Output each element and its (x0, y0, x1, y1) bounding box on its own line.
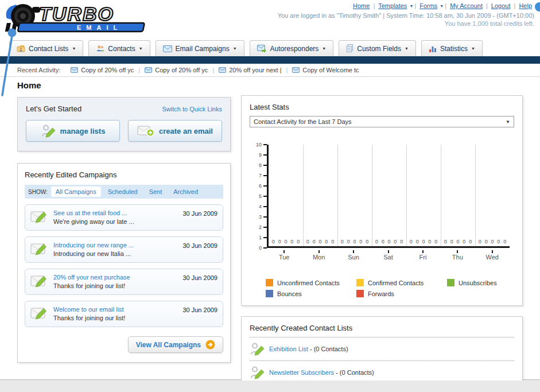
campaign-subtitle: Thanks for joining our list! (53, 282, 130, 290)
tab-contacts[interactable]: Contacts▼ (88, 40, 150, 56)
y-axis-tick (263, 237, 267, 238)
contact-list-row[interactable]: Exhibition List - (0 Contacts) (250, 337, 514, 360)
contact-list-name-link[interactable]: Exhibition List (269, 346, 308, 352)
campaign-title-link[interactable]: Welcome to our email list (53, 305, 125, 314)
switch-to-quick-links-link[interactable]: Switch to Quick Links (162, 106, 222, 112)
contact-list-name-link[interactable]: Newsletter Subscribers (269, 369, 334, 376)
top-link-templates[interactable]: Templates (378, 2, 407, 9)
campaign-title-link[interactable]: Introducing our new range ... (53, 241, 134, 250)
tab-label: Autoresponders (270, 45, 319, 53)
bar-value: 0 (416, 239, 419, 244)
legend-swatch (266, 290, 273, 297)
create-an-email-button[interactable]: create an email (128, 120, 222, 142)
chevron-down-icon: ▼ (440, 4, 444, 8)
campaign-text: 20% off your next purchaseThanks for joi… (53, 273, 130, 290)
filter-tab-scheduled[interactable]: Scheduled (103, 187, 142, 197)
bar-value-labels: 00000 (475, 239, 510, 244)
stats-period-select[interactable]: Contact Activity for the Last 7 Days ▼ (250, 116, 514, 127)
top-link-forms[interactable]: Forms (419, 2, 437, 9)
top-link-my-account[interactable]: My Account (450, 2, 483, 9)
campaign-text: Introducing our new range ...Introducing… (53, 241, 134, 258)
bar-value: 0 (272, 239, 275, 244)
bar-value: 0 (353, 239, 356, 244)
chevron-down-icon: ▼ (139, 46, 143, 51)
y-axis-label: 9 (259, 152, 262, 158)
y-axis-tick (263, 227, 267, 228)
top-link-logout[interactable]: Logout (491, 2, 511, 9)
tab-contact-lists[interactable]: Contact Lists▼ (9, 40, 83, 56)
link-separator: | (445, 2, 446, 9)
turbo-email-dashboard: TURBO EMAIL Home|Templates▼|Forms▼|My Ac… (0, 0, 540, 392)
filter-tab-all-campaigns[interactable]: All Campaigns (51, 187, 101, 197)
legend-label: Bounces (277, 290, 302, 297)
campaign-row[interactable]: 20% off your next purchaseThanks for joi… (25, 269, 223, 295)
recent-activity-item-label: 20% off your next | (229, 67, 281, 73)
link-separator: | (514, 2, 516, 9)
y-axis-label: 7 (259, 173, 262, 178)
campaign-filter-tabs: All CampaignsScheduledSentArchived (51, 187, 203, 197)
contact-list-count: - (0 Contacts) (308, 346, 348, 352)
recent-activity-item[interactable]: Copy of 20% off yc (145, 67, 208, 73)
y-axis-tick (263, 185, 267, 187)
bar-value: 0 (366, 239, 368, 244)
stats-select-value: Contact Activity for the Last 7 Days (254, 118, 352, 125)
main-nav-tabs: Contact Lists▼Contacts▼Email Campaigns▼A… (0, 38, 540, 56)
campaign-row[interactable]: See us at the retail food ...We're givin… (25, 204, 223, 231)
contacts-icon (96, 44, 104, 53)
bar-value: 0 (325, 239, 328, 244)
x-axis-tick (422, 250, 424, 253)
view-all-campaigns-button[interactable]: View All Campaigns (128, 336, 223, 353)
bar-value: 0 (313, 239, 316, 244)
turbo-email-logo[interactable]: TURBO EMAIL (3, 1, 154, 38)
tab-email-campaigns[interactable]: Email Campaigns▼ (156, 40, 244, 56)
y-axis-label: 10 (256, 142, 262, 148)
x-axis-label: Sat (371, 254, 405, 261)
filter-tab-archived[interactable]: Archived (169, 187, 203, 197)
callout-pin (0, 25, 20, 97)
chart-plot-area: 00000000000000000000000000000000000 (267, 145, 510, 248)
x-axis-tick (457, 250, 458, 253)
bar-value: 0 (503, 239, 506, 244)
arrow-right-icon (205, 340, 215, 350)
bar-value: 0 (318, 239, 321, 244)
legend-label: Confirmed Contacts (368, 280, 424, 286)
statistics-icon (429, 45, 437, 53)
latest-stats-panel: Latest Stats Contact Activity for the La… (241, 95, 523, 306)
chart-gridline (337, 145, 338, 246)
legend-entry: Unsubscribes (447, 279, 514, 286)
person-pencil-icon (41, 123, 56, 138)
campaign-row[interactable]: Introducing our new range ...Introducing… (25, 236, 223, 263)
recent-activity-bar: Recent Activity: Copy of 20% off yc|Copy… (0, 64, 540, 77)
tab-custom-fields[interactable]: Custom Fields▼ (339, 40, 416, 56)
top-link-home[interactable]: Home (353, 2, 370, 9)
tab-autoresponders[interactable]: Autoresponders▼ (250, 40, 334, 56)
bar-value: 0 (382, 239, 384, 244)
top-link-help[interactable]: Help (519, 2, 532, 9)
tab-statistics[interactable]: Statistics▼ (421, 40, 483, 56)
content-frame: TURBO EMAIL Home|Templates▼|Forms▼|My Ac… (0, 0, 540, 380)
campaign-title-link[interactable]: See us at the retail food ... (53, 209, 134, 218)
activity-separator: | (212, 67, 214, 73)
y-axis-tick (263, 216, 267, 218)
legend-entry: Forwards (356, 290, 447, 297)
chart-gridline (372, 145, 372, 246)
contact-list-count: - (0 Contacts) (334, 369, 374, 376)
campaign-title-link[interactable]: 20% off your next purchase (53, 273, 130, 282)
x-axis-tick (353, 250, 354, 253)
bar-value-labels: 00000 (269, 239, 303, 244)
show-label: SHOW: (28, 189, 48, 195)
recent-activity-items: Copy of 20% off yc|Copy of 20% off yc|20… (71, 67, 359, 73)
y-axis-tick (263, 154, 267, 156)
bar-value: 0 (497, 239, 500, 244)
manage-lists-button[interactable]: manage lists (26, 120, 120, 142)
left-column: Home Let's Get Started Switch to Quick L… (17, 80, 231, 363)
filter-tab-sent[interactable]: Sent (145, 187, 167, 197)
recent-activity-item[interactable]: Copy of Welcome tc (292, 67, 359, 73)
campaign-row[interactable]: Welcome to our email listThanks for join… (25, 301, 223, 327)
recent-activity-item[interactable]: Copy of 20% off yc (71, 67, 134, 73)
legend-entry: Bounces (266, 290, 356, 297)
help-bubble-icon[interactable] (535, 2, 540, 11)
envelope-small-icon (71, 67, 78, 73)
recent-activity-item[interactable]: 20% off your next | (219, 67, 281, 73)
y-axis-label: 5 (259, 193, 262, 199)
